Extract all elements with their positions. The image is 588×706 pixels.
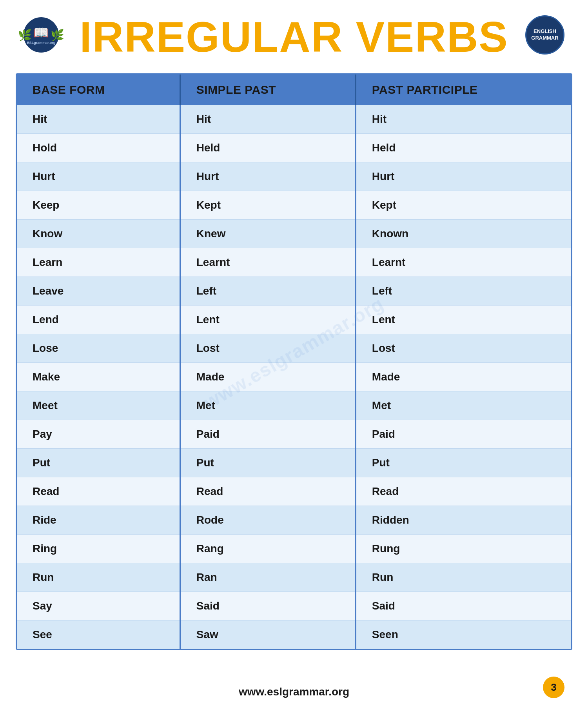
cell-9-0: Make [17,363,180,391]
cell-14-2: Ridden [356,506,571,535]
table-row: LendLentLent [17,306,571,334]
table-row: MakeMadeMade [17,363,571,391]
cell-1-0: Hold [17,134,180,162]
table-row: HitHitHit [17,105,571,134]
cell-0-1: Hit [180,105,356,134]
table-row: RideRodeRidden [17,506,571,535]
cell-16-0: Run [17,563,180,592]
cell-3-0: Keep [17,191,180,220]
page-wrapper: 🌿 📖 ESLgrammar.org 🌿 IRREGULAR VERBS ENG… [0,0,588,706]
verb-table-container: BASE FORM SIMPLE PAST PAST PARTICIPLE Hi… [16,73,572,650]
page-title: IRREGULAR VERBS [80,12,508,62]
table-row: RingRangRung [17,535,571,563]
logo-text: ESLgrammar.org [27,41,56,45]
footer: www.eslgrammar.org 3 [0,678,588,706]
table-row: MeetMetMet [17,391,571,420]
table-row: HoldHeldHeld [17,134,571,162]
cell-3-2: Kept [356,191,571,220]
cell-4-0: Know [17,220,180,248]
cell-5-2: Learnt [356,248,571,277]
table-row: KeepKeptKept [17,191,571,220]
cell-11-2: Paid [356,420,571,449]
table-row: HurtHurtHurt [17,162,571,191]
cell-6-1: Left [180,277,356,306]
cell-15-0: Ring [17,535,180,563]
cell-4-1: Knew [180,220,356,248]
badge-line1: ENGLISH [534,28,556,35]
cell-16-2: Run [356,563,571,592]
laurel-left-icon: 🌿 [18,28,32,41]
cell-18-0: See [17,620,180,649]
irregular-verbs-table: BASE FORM SIMPLE PAST PAST PARTICIPLE Hi… [17,75,571,649]
cell-9-2: Made [356,363,571,391]
col-past-participle: PAST PARTICIPLE [356,75,571,105]
cell-11-1: Paid [180,420,356,449]
cell-11-0: Pay [17,420,180,449]
cell-0-2: Hit [356,105,571,134]
cell-8-2: Lost [356,334,571,363]
cell-12-1: Put [180,449,356,477]
cell-0-0: Hit [17,105,180,134]
english-grammar-badge: ENGLISH GRAMMAR [525,15,564,55]
table-row: KnowKnewKnown [17,220,571,248]
col-base-form: BASE FORM [17,75,180,105]
cell-7-2: Lent [356,306,571,334]
cell-17-2: Said [356,592,571,620]
cell-15-1: Rang [180,535,356,563]
table-row: PayPaidPaid [17,420,571,449]
cell-17-1: Said [180,592,356,620]
table-row: LeaveLeftLeft [17,277,571,306]
table-row: PutPutPut [17,449,571,477]
cell-14-1: Rode [180,506,356,535]
cell-7-0: Lend [17,306,180,334]
col-simple-past: SIMPLE PAST [180,75,356,105]
cell-10-1: Met [180,391,356,420]
cell-8-0: Lose [17,334,180,363]
page-number: 3 [543,677,564,698]
cell-13-0: Read [17,477,180,506]
badge-container: ENGLISH GRAMMAR [525,15,564,55]
cell-6-2: Left [356,277,571,306]
cell-2-0: Hurt [17,162,180,191]
cell-17-0: Say [17,592,180,620]
cell-7-1: Lent [180,306,356,334]
cell-14-0: Ride [17,506,180,535]
logo-circle: 🌿 📖 ESLgrammar.org 🌿 [24,17,59,53]
cell-5-0: Learn [17,248,180,277]
table-row: RunRanRun [17,563,571,592]
cell-18-2: Seen [356,620,571,649]
cell-16-1: Ran [180,563,356,592]
cell-1-2: Held [356,134,571,162]
cell-12-0: Put [17,449,180,477]
table-row: LoseLostLost [17,334,571,363]
cell-10-0: Meet [17,391,180,420]
table-row: ReadReadRead [17,477,571,506]
table-body: HitHitHitHoldHeldHeldHurtHurtHurtKeepKep… [17,105,571,649]
header: 🌿 📖 ESLgrammar.org 🌿 IRREGULAR VERBS ENG… [0,0,588,69]
cell-13-2: Read [356,477,571,506]
book-icon: 📖 [33,25,49,40]
cell-9-1: Made [180,363,356,391]
laurel-right-icon: 🌿 [51,28,64,41]
table-header: BASE FORM SIMPLE PAST PAST PARTICIPLE [17,75,571,105]
cell-5-1: Learnt [180,248,356,277]
cell-13-1: Read [180,477,356,506]
cell-2-1: Hurt [180,162,356,191]
cell-6-0: Leave [17,277,180,306]
cell-8-1: Lost [180,334,356,363]
table-row: SeeSawSeen [17,620,571,649]
cell-18-1: Saw [180,620,356,649]
cell-3-1: Kept [180,191,356,220]
table-row: LearnLearntLearnt [17,248,571,277]
footer-url: www.eslgrammar.org [239,686,349,698]
cell-15-2: Rung [356,535,571,563]
cell-10-2: Met [356,391,571,420]
cell-2-2: Hurt [356,162,571,191]
cell-12-2: Put [356,449,571,477]
badge-line2: GRAMMAR [531,35,558,42]
logo-container: 🌿 📖 ESLgrammar.org 🌿 [24,17,59,53]
header-row: BASE FORM SIMPLE PAST PAST PARTICIPLE [17,75,571,105]
cell-4-2: Known [356,220,571,248]
table-row: SaySaidSaid [17,592,571,620]
cell-1-1: Held [180,134,356,162]
